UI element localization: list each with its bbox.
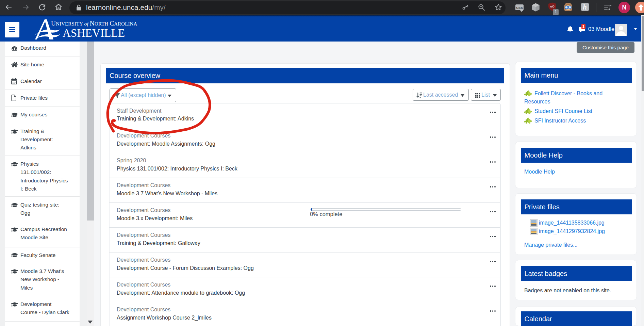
svg-text:h: h bbox=[583, 3, 587, 11]
svg-text:uO: uO bbox=[550, 5, 555, 8]
svg-text:CSS: CSS bbox=[516, 6, 523, 10]
